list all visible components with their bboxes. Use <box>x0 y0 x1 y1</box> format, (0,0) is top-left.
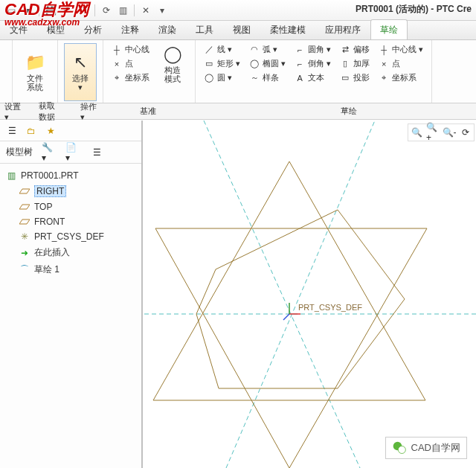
button-label: 坐标系 <box>125 72 149 83</box>
tree-node[interactable]: ➜在此插入 <box>0 244 141 261</box>
ribbon-button[interactable]: A文本 <box>292 71 333 84</box>
tree-filter-icon[interactable]: ☰ <box>89 145 104 160</box>
ribbon-button[interactable]: ／线 ▾ <box>202 43 242 56</box>
tab-0[interactable]: 文件 <box>0 19 37 39</box>
save-icon[interactable]: 💾 <box>44 4 57 17</box>
button-label: 加厚 <box>353 58 370 69</box>
tree-folder-icon[interactable]: 🗀 <box>24 124 39 138</box>
ribbon-button[interactable]: ▯加厚 <box>338 57 372 70</box>
ribbon-button[interactable]: ～样条 <box>247 71 288 84</box>
group-label: 草绘 <box>332 106 436 117</box>
view-tool-button[interactable]: 🔍+ <box>426 126 440 139</box>
button-label: 中心线 ▾ <box>392 44 423 55</box>
group-label: 操作 ▾ <box>71 101 109 122</box>
tree-tab-icon[interactable]: ☰ <box>4 124 19 138</box>
button-label: 点 <box>392 58 400 69</box>
tree-root[interactable]: ▥PRT0001.PRT <box>0 168 141 183</box>
button-icon: ⌖ <box>112 73 122 83</box>
datum-line-d2 <box>204 121 360 468</box>
tree-node[interactable]: TOP <box>0 199 141 214</box>
ribbon-button[interactable]: ◯椭圆 ▾ <box>247 57 288 70</box>
tree-node[interactable]: ✳PRT_CSYS_DEF <box>0 229 141 244</box>
tab-4[interactable]: 渲染 <box>149 19 186 39</box>
button-icon: × <box>112 60 122 68</box>
button-icon: ▭ <box>204 59 214 68</box>
regen-icon[interactable]: ⟳ <box>100 4 113 17</box>
button-label: 椭圆 ▾ <box>263 58 286 69</box>
tree-settings-icon[interactable]: 🔧▾ <box>42 145 57 160</box>
triangle-down[interactable] <box>155 228 427 468</box>
ribbon-group-labels: 设置 ▾获取数据操作 ▾基准草绘 <box>0 103 476 120</box>
ribbon-button[interactable]: ×点 <box>109 57 152 70</box>
open-icon[interactable]: ▾ <box>21 4 34 17</box>
ribbon-button[interactable]: ┼中心线 ▾ <box>376 43 425 56</box>
tab-3[interactable]: 注释 <box>112 19 149 39</box>
sketch-canvas[interactable]: PRT_CSYS_DEF <box>144 121 476 468</box>
svg-point-7 <box>398 446 405 454</box>
tab-2[interactable]: 分析 <box>74 19 112 39</box>
tree-node-label: 草绘 1 <box>34 263 60 276</box>
button-icon: ▯ <box>340 59 350 68</box>
graphics-area[interactable]: PRT_CSYS_DEF 🔍🔍+🔍-⟳ <box>144 121 476 468</box>
ribbon-group-4: ／线 ▾▭矩形 ▾◯圆 ▾◠弧 ▾◯椭圆 ▾～样条⌐圆角 ▾⌐倒角 ▾A文本⇄偏… <box>196 40 432 103</box>
view-tool-button[interactable]: ⟳ <box>459 126 472 139</box>
close-icon[interactable]: ✕ <box>139 4 152 17</box>
ribbon-button[interactable]: ⇄偏移 <box>338 43 372 56</box>
tab-9[interactable]: 草绘 <box>370 19 408 39</box>
tree-node[interactable]: ⌒草绘 1 <box>0 261 141 278</box>
ribbon-button[interactable]: ×点 <box>376 57 425 70</box>
view-tool-button[interactable]: 🔍- <box>443 126 456 139</box>
undo-icon[interactable]: ↶ <box>60 4 74 17</box>
ribbon-group-0 <box>0 40 13 103</box>
button-label: 投影 <box>353 72 370 83</box>
tree-star-icon[interactable]: ★ <box>43 124 58 138</box>
big-button[interactable]: ◯构造模式 <box>156 43 189 85</box>
ribbon-button[interactable]: ⌐圆角 ▾ <box>292 43 333 56</box>
plane-icon <box>19 202 30 212</box>
tab-7[interactable]: 柔性建模 <box>260 19 315 39</box>
svg-line-5 <box>283 314 289 320</box>
view-tool-button[interactable]: 🔍 <box>410 126 423 139</box>
button-icon: × <box>379 60 389 68</box>
windows-icon[interactable]: ▥ <box>116 4 129 17</box>
hexagon[interactable] <box>196 210 405 388</box>
csys-label: PRT_CSYS_DEF <box>298 303 362 312</box>
ribbon-group-1: 📁文件系统 <box>13 40 58 103</box>
button-icon: ⇄ <box>340 45 350 54</box>
tree-toolbar-1: ☰ 🗀 ★ <box>0 121 141 141</box>
button-label: 点 <box>125 58 133 69</box>
ribbon-button[interactable]: ┼中心线 <box>109 43 152 56</box>
button-label: 文件系统 <box>27 74 43 92</box>
quick-access-toolbar: ▭ ▾ 💾 ↶ ↷ ⟳ ▥ ✕ ▾ <box>0 2 173 19</box>
tree-show-icon[interactable]: 📄▾ <box>65 145 80 160</box>
more-icon[interactable]: ▾ <box>155 4 169 17</box>
tab-5[interactable]: 工具 <box>186 19 223 39</box>
button-label: 坐标系 <box>392 72 416 83</box>
ribbon-button[interactable]: ▭投影 <box>338 71 372 84</box>
view-toolbar: 🔍🔍+🔍-⟳ <box>408 124 475 141</box>
ribbon-button[interactable]: ⌐倒角 ▾ <box>292 57 333 70</box>
big-button[interactable]: ↖选择▾ <box>64 43 97 101</box>
button-label: 偏移 <box>353 44 370 55</box>
tab-6[interactable]: 视图 <box>223 19 260 39</box>
button-icon: ／ <box>204 44 214 55</box>
redo-icon[interactable]: ↷ <box>77 4 90 17</box>
ribbon-button[interactable]: ◯圆 ▾ <box>202 71 242 84</box>
ribbon-button[interactable]: ▭矩形 ▾ <box>202 57 242 70</box>
ribbon-button[interactable]: ⌖坐标系 <box>109 71 152 84</box>
button-label: 线 ▾ <box>217 44 232 55</box>
new-icon[interactable]: ▭ <box>4 4 18 17</box>
group-label: 设置 ▾ <box>0 101 30 122</box>
button-label: 圆 ▾ <box>217 72 232 83</box>
big-button[interactable]: 📁文件系统 <box>19 43 51 101</box>
tree-node-label: 在此插入 <box>34 246 70 259</box>
tree-node[interactable]: RIGHT <box>0 183 141 199</box>
triangle-up[interactable] <box>153 161 425 400</box>
tree-node[interactable]: FRONT <box>0 214 141 229</box>
tab-1[interactable]: 模型 <box>37 19 74 39</box>
ribbon-button[interactable]: ◠弧 ▾ <box>247 43 288 56</box>
tab-8[interactable]: 应用程序 <box>315 19 370 39</box>
button-label: 构造模式 <box>164 65 181 83</box>
ribbon-button[interactable]: ⌖坐标系 <box>376 71 425 84</box>
button-icon: ┼ <box>379 45 389 54</box>
